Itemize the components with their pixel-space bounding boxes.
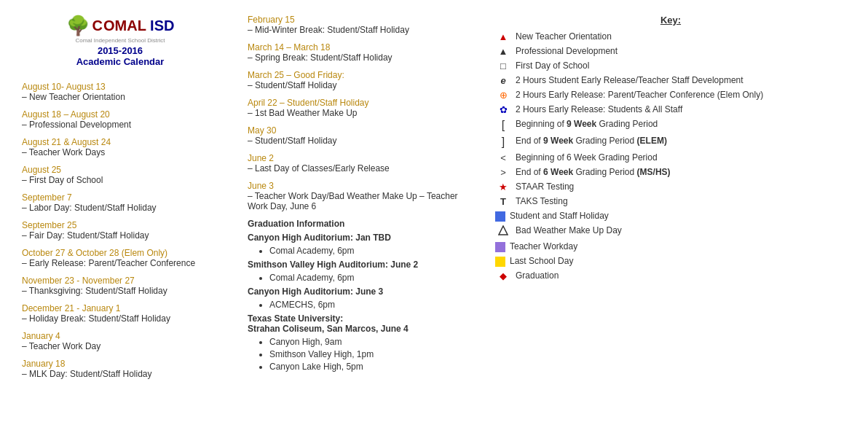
logo-tagline: Comal Independent School District	[22, 37, 218, 44]
venue-4-schools: Canyon High, 9am Smithson Valley High, 1…	[269, 337, 466, 372]
event-block: October 27 & October 28 (Elem Only) – Ea…	[22, 248, 218, 268]
key-label: Graduation	[516, 270, 559, 281]
event-date: December 21 - January 1	[22, 303, 218, 313]
venue-3-name: Canyon High Auditorium: June 3	[248, 286, 466, 297]
venue-3: Canyon High Auditorium: June 3 ACMECHS, …	[248, 286, 466, 310]
event-date: November 23 - November 27	[22, 276, 218, 286]
key-label: Bad Weather Make Up Day	[516, 225, 622, 235]
right-column: Key: ▲ New Teacher Orientation ▲ Profess…	[481, 15, 861, 386]
event-date: March 14 – March 18	[248, 42, 466, 52]
event-block: September 7 – Labor Day: Student/Staff H…	[22, 192, 218, 213]
event-desc: – Thanksgiving: Student/Staff Holiday	[22, 286, 218, 296]
first-day-icon: □	[495, 61, 511, 71]
event-block: August 25 – First Day of School	[22, 165, 218, 185]
key-item-staar: ★ STAAR Testing	[495, 182, 846, 192]
key-label: First Day of School	[516, 61, 589, 71]
event-desc: – Spring Break: Student/Staff Holiday	[248, 52, 466, 63]
key-label: 2 Hours Student Early Release/Teacher St…	[516, 75, 743, 85]
venue-2-name: Smithson Valley High Auditorium: June 2	[248, 260, 466, 270]
event-date: September 7	[22, 192, 218, 203]
middle-column: February 15 – Mid-Winter Break: Student/…	[233, 15, 481, 386]
key-item-early-release-parent: ⊕ 2 Hours Early Release: Parent/Teacher …	[495, 90, 846, 101]
venue-2-schools: Comal Academy, 6pm	[269, 273, 466, 283]
key-item-first-day: □ First Day of School	[495, 61, 846, 71]
event-block: September 25 – Fair Day: Student/Staff H…	[22, 220, 218, 241]
key-item-prof-dev: ▲ Professional Development	[495, 46, 846, 57]
student-holiday-icon	[495, 211, 505, 222]
end-6week-icon: >	[495, 167, 511, 178]
logo-isd: ISD	[150, 17, 174, 34]
key-label: TAKS Testing	[516, 196, 568, 206]
event-desc: – Teacher Work Days	[22, 147, 218, 157]
graduation-title: Graduation Information	[248, 219, 466, 229]
list-item: Smithson Valley High, 1pm	[269, 349, 466, 359]
key-item-begin-6week: < Beginning of 6 Week Grading Period	[495, 152, 846, 163]
event-desc: – MLK Day: Student/Staff Holiday	[22, 369, 218, 379]
event-block: December 21 - January 1 – Holiday Break:…	[22, 303, 218, 324]
event-desc: – Teacher Work Day/Bad Weather Make Up –…	[248, 191, 466, 211]
key-title: Key:	[495, 15, 846, 26]
key-label: Last School Day	[510, 256, 573, 266]
event-date: June 3	[248, 181, 466, 191]
event-date: August 25	[22, 165, 218, 175]
key-label: End of 6 Week Grading Period (MS/HS)	[516, 167, 671, 177]
event-desc: – Student/Staff Holiday	[248, 136, 466, 146]
event-desc: – First Day of School	[22, 175, 218, 185]
venue-4: Texas State University: Strahan Coliseum…	[248, 313, 466, 372]
event-block: August 10- August 13 – New Teacher Orien…	[22, 82, 218, 102]
key-item-taks: T TAKS Testing	[495, 196, 846, 207]
event-block: August 21 & August 24 – Teacher Work Day…	[22, 137, 218, 157]
key-label: Student and Staff Holiday	[510, 211, 609, 221]
left-events: August 10- August 13 – New Teacher Orien…	[22, 82, 218, 379]
event-desc: – 1st Bad Weather Make Up	[248, 108, 466, 118]
key-item-last-school: Last School Day	[495, 256, 846, 267]
logo-comal: C	[92, 17, 103, 34]
key-item-new-teacher: ▲ New Teacher Orientation	[495, 31, 846, 42]
key-label: New Teacher Orientation	[516, 31, 612, 42]
event-block: August 18 – August 20 – Professional Dev…	[22, 109, 218, 130]
key-item-begin-9week: [ Beginning of 9 Week Grading Period	[495, 119, 846, 132]
key-item-bad-weather: Bad Weather Make Up Day	[495, 225, 846, 238]
key-label: Beginning of 9 Week Grading Period	[516, 119, 658, 129]
key-label: End of 9 Week Grading Period (ELEM)	[516, 136, 667, 146]
event-block: January 18 – MLK Day: Student/Staff Holi…	[22, 359, 218, 379]
event-date: October 27 & October 28 (Elem Only)	[22, 248, 218, 258]
early-release-parent-icon: ⊕	[495, 90, 511, 101]
key-label: 2 Hours Early Release: Parent/Teacher Co…	[516, 90, 763, 100]
event-desc: – Student/Staff Holiday	[248, 80, 466, 90]
event-block: June 3 – Teacher Work Day/Bad Weather Ma…	[248, 181, 466, 211]
key-label: Professional Development	[516, 46, 618, 56]
logo-text: COMAL ISD	[92, 17, 175, 34]
event-desc: – Last Day of Classes/Early Release	[248, 163, 466, 173]
logo-tree-icon: 🌳	[66, 15, 90, 37]
event-block: January 4 – Teacher Work Day	[22, 331, 218, 351]
new-teacher-icon: ▲	[495, 31, 511, 42]
key-item-graduation: ◆ Graduation	[495, 270, 846, 281]
end-9week-icon: ]	[495, 136, 511, 149]
event-date: August 18 – August 20	[22, 109, 218, 120]
event-date: February 15	[248, 15, 466, 25]
key-label: Teacher Workday	[510, 241, 577, 251]
svg-marker-0	[499, 226, 508, 235]
key-item-end-9week: ] End of 9 Week Grading Period (ELEM)	[495, 136, 846, 149]
event-date: March 25 – Good Friday:	[248, 70, 466, 80]
year-title: 2015-2016	[22, 45, 218, 56]
cal-title: Academic Calendar	[22, 56, 218, 67]
logo-omal: OMAL	[103, 17, 150, 34]
venue-1-name: Canyon High Auditorium: Jan TBD	[248, 233, 466, 243]
venue-2: Smithson Valley High Auditorium: June 2 …	[248, 260, 466, 283]
last-school-icon	[495, 257, 505, 267]
key-item-teacher-workday: Teacher Workday	[495, 241, 846, 252]
venue-4-subname: Strahan Coliseum, San Marcos, June 4	[248, 324, 466, 334]
event-date: June 2	[248, 153, 466, 163]
bad-weather-icon	[495, 225, 511, 238]
early-release-student-icon: e	[495, 75, 511, 86]
key-item-early-release-all: ✿ 2 Hours Early Release: Students & All …	[495, 104, 846, 115]
list-item: Comal Academy, 6pm	[269, 273, 466, 283]
venue-3-schools: ACMECHS, 6pm	[269, 300, 466, 310]
graduation-icon: ◆	[495, 270, 511, 281]
key-label: Beginning of 6 Week Grading Period	[516, 152, 658, 163]
key-item-student-holiday: Student and Staff Holiday	[495, 211, 846, 222]
event-date: May 30	[248, 125, 466, 136]
event-block: November 23 - November 27 – Thanksgiving…	[22, 276, 218, 296]
